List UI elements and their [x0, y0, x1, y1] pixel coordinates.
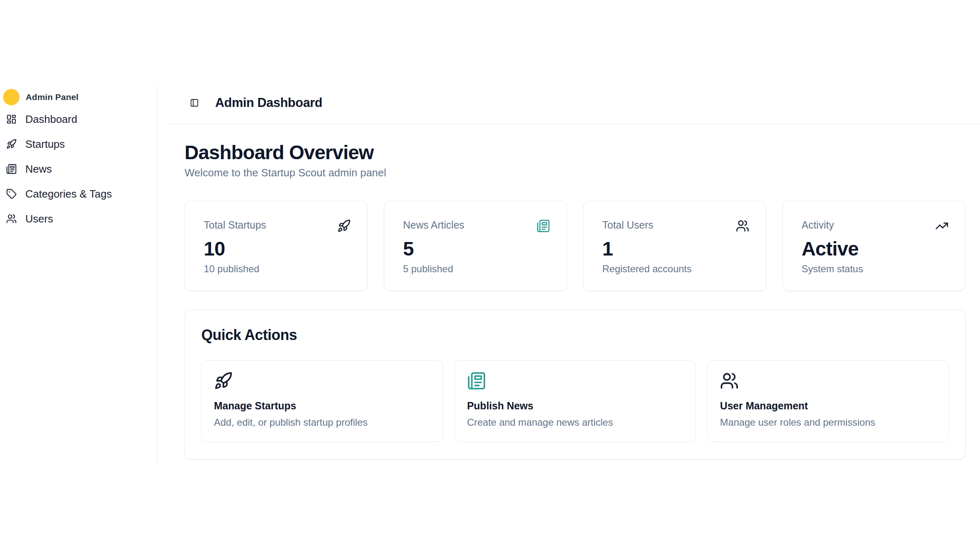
stat-sublabel: System status — [802, 263, 949, 275]
stat-label: Total Startups — [204, 218, 266, 232]
brand-name: Admin Panel — [26, 92, 78, 102]
sidebar-item-label: Users — [25, 213, 53, 225]
action-description: Add, edit, or publish startup profiles — [214, 416, 430, 429]
sidebar-item-label: News — [25, 163, 52, 176]
panel-left-icon[interactable] — [190, 98, 199, 107]
stat-value: 1 — [602, 238, 749, 260]
action-title: Publish News — [467, 399, 684, 412]
sidebar-nav: Dashboard Startups News Categories & Tag… — [0, 110, 151, 235]
sidebar-item-startups[interactable]: Startups — [0, 135, 151, 153]
stats-row: Total Startups 10 10 published News Arti… — [185, 201, 966, 291]
stat-card-total-startups: Total Startups 10 10 published — [185, 201, 368, 291]
header-divider — [168, 124, 980, 124]
sidebar-item-users[interactable]: Users — [0, 210, 151, 228]
header-title: Admin Dashboard — [215, 96, 322, 110]
stat-card-news-articles: News Articles 5 5 published — [384, 201, 567, 291]
sidebar-item-label: Categories & Tags — [25, 188, 112, 200]
stat-value: Active — [802, 238, 949, 260]
layout-dashboard-icon — [6, 114, 17, 124]
tag-icon — [6, 189, 17, 199]
quick-actions-row: Manage Startups Add, edit, or publish st… — [201, 360, 949, 442]
action-card-publish-news[interactable]: Publish News Create and manage news arti… — [454, 360, 696, 442]
users-icon — [736, 219, 749, 233]
action-description: Manage user roles and permissions — [720, 416, 936, 429]
stat-sublabel: 10 published — [204, 263, 351, 275]
sidebar-item-label: Dashboard — [25, 113, 77, 126]
users-icon — [720, 371, 739, 390]
sidebar-divider — [157, 85, 157, 465]
rocket-icon — [6, 139, 17, 149]
newspaper-icon — [467, 371, 486, 390]
stat-label: News Articles — [403, 218, 464, 232]
newspaper-icon — [537, 219, 550, 233]
sidebar-item-dashboard[interactable]: Dashboard — [0, 110, 151, 128]
stat-sublabel: 5 published — [403, 263, 550, 275]
action-card-manage-startups[interactable]: Manage Startups Add, edit, or publish st… — [201, 360, 443, 442]
stat-card-activity: Activity Active System status — [782, 201, 965, 291]
users-icon — [6, 213, 17, 224]
stat-value: 5 — [403, 238, 550, 260]
page-title: Dashboard Overview — [185, 141, 374, 164]
quick-actions-panel: Quick Actions Manage Startups Add, edit,… — [185, 309, 966, 460]
sidebar-item-label: Startups — [25, 138, 65, 151]
content-header: Admin Dashboard — [190, 94, 322, 112]
action-title: Manage Startups — [214, 399, 430, 412]
sidebar-item-categories-tags[interactable]: Categories & Tags — [0, 185, 151, 203]
admin-dashboard-page: Admin Panel Dashboard Startups News Cate… — [0, 0, 980, 551]
brand-logo-icon — [3, 89, 20, 105]
page-subtitle: Welcome to the Startup Scout admin panel — [185, 166, 386, 180]
stat-card-total-users: Total Users 1 Registered accounts — [583, 201, 766, 291]
action-description: Create and manage news articles — [467, 416, 684, 429]
action-card-user-management[interactable]: User Management Manage user roles and pe… — [707, 360, 949, 442]
sidebar-item-news[interactable]: News — [0, 160, 151, 178]
action-title: User Management — [720, 399, 936, 412]
trending-up-icon — [935, 219, 949, 233]
stat-label: Activity — [802, 218, 834, 232]
quick-actions-title: Quick Actions — [201, 326, 949, 344]
rocket-icon — [214, 371, 233, 390]
stat-sublabel: Registered accounts — [602, 263, 749, 275]
sidebar-brand: Admin Panel — [3, 89, 78, 105]
rocket-icon — [337, 219, 351, 233]
stat-label: Total Users — [602, 218, 653, 232]
stat-value: 10 — [204, 238, 351, 260]
newspaper-icon — [6, 164, 17, 174]
